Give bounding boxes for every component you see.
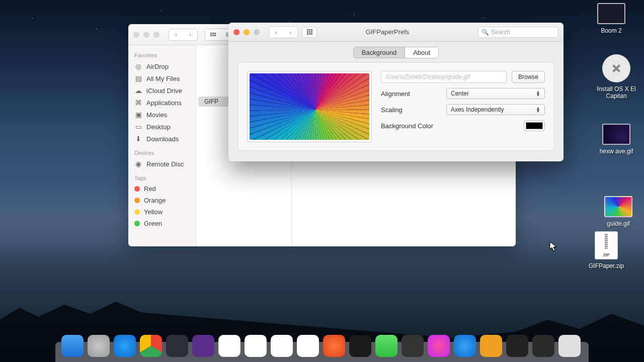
alignment-label: Alignment (381, 90, 441, 98)
dock-app6[interactable] (506, 335, 528, 357)
tabs: Background About (353, 47, 439, 58)
search-field[interactable]: 🔍 Search (478, 27, 558, 38)
gif-path-input[interactable]: /Users/Zoheb/Desktop/guide.gif (381, 71, 507, 83)
sidebar-label: Remote Disc (146, 160, 184, 168)
allfiles-icon: ▤ (134, 74, 142, 82)
apps-icon: ⌘ (134, 99, 142, 107)
sidebar-item-desktop[interactable]: ▭Desktop (128, 121, 196, 133)
forward-button[interactable]: › (283, 27, 297, 38)
close-button[interactable] (233, 29, 239, 35)
sidebar-item-airdrop[interactable]: ◎AirDrop (128, 60, 196, 72)
select-value: Axes Independently (451, 106, 504, 113)
sidebar-item-movies[interactable]: ▣Movies (128, 109, 196, 121)
dock-app5[interactable] (480, 335, 502, 357)
dock-messages[interactable] (375, 335, 397, 357)
sidebar-label: Green (144, 220, 162, 227)
sidebar-heading-favorites: Favorites (128, 50, 196, 60)
desktop-icon-guide[interactable]: guide.gif (591, 196, 644, 227)
dock-voicememos[interactable] (349, 335, 371, 357)
dock-launchpad[interactable] (88, 335, 110, 357)
icon-label: hexw ave.gif (589, 148, 644, 155)
dock-appstore[interactable] (454, 335, 476, 357)
gif-thumb (602, 124, 630, 145)
dock-notes[interactable] (245, 335, 267, 357)
sidebar-heading-devices: Devices (128, 148, 196, 158)
movies-icon: ▣ (134, 111, 142, 119)
dock-app1[interactable] (166, 335, 188, 357)
sidebar-tag-red[interactable]: Red (128, 183, 196, 195)
sidebar-item-downloads[interactable]: ⬇Downloads (128, 133, 196, 145)
prefs-window[interactable]: ‹ › GIFPaperPrefs 🔍 Search Background Ab… (228, 23, 564, 161)
tab-about[interactable]: About (405, 47, 438, 58)
search-placeholder: Search (491, 29, 510, 36)
zoom-button[interactable] (153, 32, 159, 38)
sidebar-label: AirDrop (146, 63, 169, 70)
dock-itunes[interactable] (428, 335, 450, 357)
desktop-icon: ▭ (134, 123, 142, 131)
sidebar-label: Red (144, 185, 156, 193)
search-icon: 🔍 (481, 29, 489, 36)
dock-app7[interactable] (532, 335, 554, 357)
sidebar-label: Desktop (146, 123, 171, 131)
sidebar-label: All My Files (146, 75, 180, 82)
forward-button[interactable]: › (183, 29, 197, 40)
app-thumb (597, 3, 625, 24)
icon-view[interactable] (205, 29, 220, 40)
close-button[interactable] (133, 32, 139, 38)
sidebar-tag-green[interactable]: Green (128, 218, 196, 229)
icon-label: guide.gif (591, 220, 644, 227)
icon-label: GIFPaper.zip (579, 262, 634, 269)
desktop-icon-boom2[interactable]: Boom 2 (584, 3, 639, 34)
browse-button[interactable]: Browse (512, 71, 545, 83)
dock-safari[interactable] (114, 335, 136, 357)
traffic-lights (233, 29, 260, 35)
traffic-lights (133, 32, 159, 38)
minimize-button[interactable] (244, 29, 250, 35)
sidebar-item-icloud[interactable]: ☁iCloud Drive (128, 84, 196, 97)
dock-app4[interactable] (401, 335, 424, 357)
gif-thumb (604, 196, 632, 217)
icon-label: Install OS X El Capitan (589, 85, 644, 100)
sidebar-item-applications[interactable]: ⌘Applications (128, 97, 196, 109)
cloud-icon: ☁ (134, 86, 142, 95)
dock-reminders[interactable] (271, 335, 293, 357)
select-value: Center (451, 90, 469, 97)
back-button[interactable]: ‹ (169, 29, 183, 40)
bgcolor-label: Background Color (381, 122, 433, 130)
desktop-icon-install-osx[interactable]: ✕ Install OS X El Capitan (589, 54, 644, 100)
dock-app8[interactable] (558, 335, 581, 357)
bgcolor-well[interactable] (524, 120, 545, 131)
finder-sidebar: Favorites ◎AirDrop ▤All My Files ☁iCloud… (128, 45, 196, 246)
downloads-icon: ⬇ (134, 135, 142, 143)
desktop-icon-hexwave[interactable]: hexw ave.gif (589, 124, 644, 155)
tab-background[interactable]: Background (354, 47, 405, 58)
sidebar-label: Downloads (146, 135, 179, 143)
desktop-icon-gifpaper-zip[interactable]: ZIP GIFPaper.zip (579, 231, 634, 269)
dock-finder[interactable] (61, 335, 84, 357)
scaling-select[interactable]: Axes Independently ▲▼ (446, 104, 545, 115)
dock-pages[interactable] (297, 335, 319, 357)
dock-app2[interactable] (192, 335, 214, 357)
preview-image (250, 73, 369, 140)
back-button[interactable]: ‹ (269, 27, 283, 38)
color-swatch (526, 122, 543, 129)
sidebar-heading-tags: Tags (128, 173, 196, 183)
dock-calendar[interactable] (218, 335, 240, 357)
tag-dot (134, 186, 140, 192)
dock-chrome[interactable] (140, 335, 162, 357)
finder-nav: ‹ › (169, 29, 198, 41)
zoom-button[interactable] (254, 29, 260, 35)
minimize-button[interactable] (143, 32, 149, 38)
sidebar-tag-orange[interactable]: Orange (128, 195, 196, 206)
tag-dot (134, 221, 140, 226)
dock[interactable] (55, 342, 589, 362)
sidebar-item-allmyfiles[interactable]: ▤All My Files (128, 72, 196, 84)
alignment-select[interactable]: Center ▲▼ (446, 88, 545, 99)
zip-icon: ZIP (595, 231, 618, 259)
sidebar-tag-yellow[interactable]: Yellow (128, 206, 196, 218)
dock-app3[interactable] (323, 335, 345, 357)
installer-icon: ✕ (602, 54, 630, 82)
icon-label: Boom 2 (584, 27, 639, 34)
chevron-updown-icon: ▲▼ (536, 107, 540, 113)
sidebar-item-remotedisc[interactable]: ◉Remote Disc (128, 158, 196, 170)
